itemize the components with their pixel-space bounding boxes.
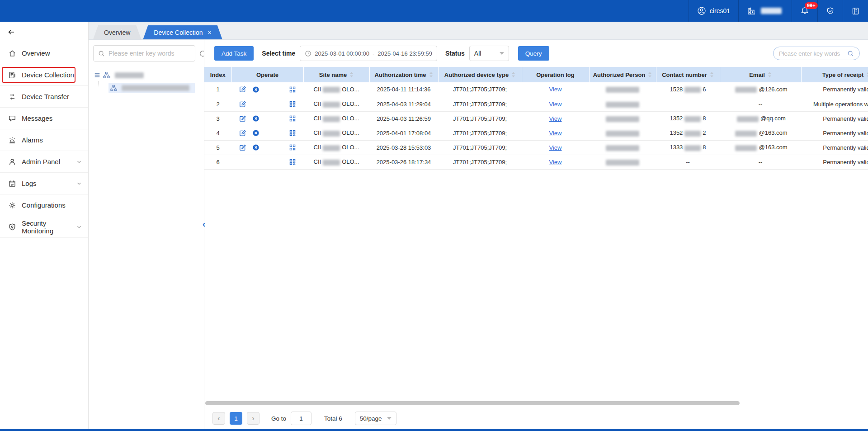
redacted-text [606,145,639,151]
edit-icon[interactable] [239,144,246,152]
sidebar-item-configurations[interactable]: Configurations [0,194,88,216]
date-range-separator: - [373,50,374,57]
sidebar-item-label: Messages [22,114,52,122]
cell-device-type: JT701;JT705;JT709; [438,140,522,155]
collapse-tree-handle[interactable]: ‹ [200,214,208,233]
cell-email: -- [720,97,801,111]
tab-bar: Overview Device Collection × [89,22,868,40]
status-select[interactable]: All [469,46,509,61]
goto-page-input[interactable] [291,412,311,425]
sidebar-item-admin-panel[interactable]: Admin Panel [0,151,88,173]
tab-device-collection[interactable]: Device Collection × [143,25,222,39]
sort-icon [710,71,714,78]
redacted-text [606,102,639,108]
cell-contact-number: -- [656,155,720,169]
cell-index: 1 [204,82,231,97]
qr-icon[interactable] [289,100,296,108]
column-header-site[interactable]: Site name [303,67,369,82]
next-page-button[interactable]: › [247,412,259,425]
column-header-person[interactable]: Authorized Person [589,67,656,82]
qr-icon[interactable] [289,144,296,151]
table-body: 1CIIOLO...2025-04-11 11:14:36JT701;JT705… [204,82,868,169]
cell-device-type: JT701;JT705;JT709; [438,97,522,111]
view-link[interactable]: View [549,115,562,122]
column-header-inner: Site name [306,71,368,78]
app-window: cires01 99+ [0,0,868,431]
tab-overview[interactable]: Overview [93,25,141,39]
page-size-value: 50/page [360,415,382,422]
sidebar-item-device-transfer[interactable]: Device Transfer [0,86,88,108]
column-header-op_log: Operation log [522,67,589,82]
cell-index: 2 [204,97,231,111]
tab-label: Device Collection [154,29,203,36]
redacted-text [684,145,701,151]
column-header-contact[interactable]: Contact number [656,67,720,82]
status-select-value: All [474,50,481,57]
page-size-select[interactable]: 50/page [355,412,396,425]
horizontal-scrollbar-thumb[interactable] [205,401,740,405]
sidebar-item-overview[interactable]: Overview [0,43,88,64]
edit-icon[interactable] [239,115,246,123]
qr-icon[interactable] [289,86,296,93]
sidebar-item-logs[interactable]: Logs [0,173,88,194]
disable-icon[interactable] [252,115,259,122]
view-link[interactable]: View [549,86,562,93]
cell-site-name: CIIOLO... [303,82,369,97]
cell-operation-log: View [522,97,589,111]
back-button[interactable] [0,22,88,43]
qr-icon[interactable] [289,129,296,137]
cell-device-type: JT701;JT705;JT709; [438,82,522,97]
edit-icon[interactable] [239,129,246,137]
column-header-inner: Operation log [524,71,587,78]
disable-icon[interactable] [252,129,259,137]
org-switcher[interactable] [738,0,792,22]
qr-icon[interactable] [289,115,296,122]
sidebar-item-label: Logs [22,180,37,187]
bell-icon: 99+ [800,6,809,15]
column-label: Type of receipt [822,71,864,78]
search-icon[interactable] [847,50,854,57]
sidebar-item-device-collection[interactable]: Device Collection [0,64,88,86]
sidebar-item-label: Configurations [22,201,66,209]
date-range-picker[interactable]: 2025-03-01 00:00:00 - 2025-04-16 23:59:5… [300,46,437,61]
edit-icon[interactable] [239,85,246,93]
column-header-receipt[interactable]: Type of receipt [801,67,868,82]
cell-authorized-person [589,111,656,126]
sidebar-item-alarms[interactable]: Alarms [0,129,88,151]
redacted-text [606,160,639,166]
table-search-input[interactable] [779,50,844,57]
refresh-icon[interactable] [199,50,204,57]
column-header-auth_time[interactable]: Authorization time [369,67,438,82]
user-menu[interactable]: cires01 [689,0,738,22]
view-link[interactable]: View [549,159,562,166]
qr-icon[interactable] [289,158,296,166]
sidebar-item-messages[interactable]: Messages [0,108,88,129]
sidebar-item-security-monitoring[interactable]: Security Monitoring [0,216,88,238]
cell-device-type: JT701;JT705;JT709; [438,111,522,126]
view-link[interactable]: View [549,130,562,137]
total-count-label: Total 6 [324,415,342,422]
disable-icon[interactable] [252,86,259,93]
operation-journal-button[interactable] [843,0,868,22]
close-tab-icon[interactable]: × [208,29,212,36]
previous-page-button[interactable]: ‹ [212,412,225,425]
clock-icon [305,50,311,57]
view-link[interactable]: View [549,101,562,108]
back-arrow-icon [7,28,15,36]
security-log-button[interactable] [817,0,843,22]
edit-icon[interactable] [239,100,246,108]
notifications-button[interactable]: 99+ [792,0,817,22]
current-page-button[interactable]: 1 [230,412,242,425]
tab-label: Overview [104,29,130,36]
disable-icon[interactable] [252,144,259,151]
add-task-button[interactable]: Add Task [214,46,254,61]
view-link[interactable]: View [549,144,562,151]
query-button[interactable]: Query [518,46,549,61]
column-header-device_type[interactable]: Authorized device type [438,67,522,82]
column-header-email[interactable]: Email [720,67,801,82]
tree-node-site[interactable] [89,81,204,94]
column-header-inner: Authorized Person [591,71,654,78]
cell-site-name: CIIOLO... [303,155,369,169]
tree-node-root[interactable] [89,69,204,81]
tree-search-input[interactable] [108,50,190,57]
